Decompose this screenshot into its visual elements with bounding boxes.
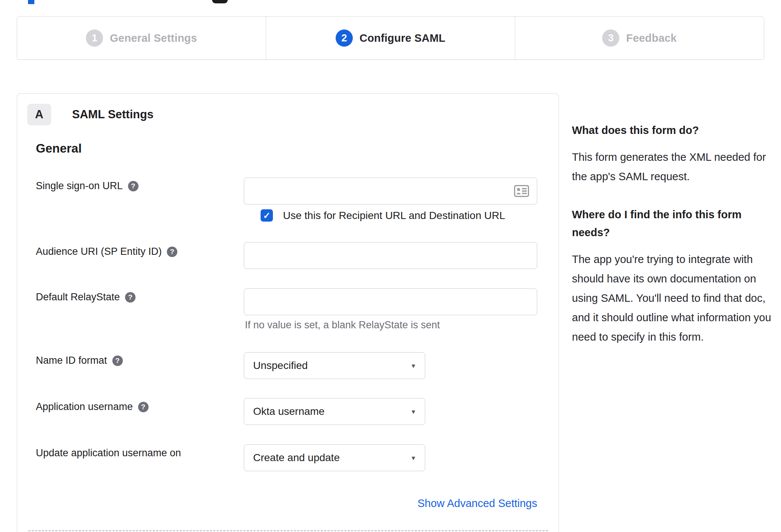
step-label: Configure SAML [360,32,445,44]
select-value: Create and update [253,452,340,464]
cutoff-blue-fragment [28,0,34,4]
application-username-label: Application username ? [36,401,149,413]
name-id-format-select[interactable]: Unspecified ▾ [244,352,425,379]
select-value: Unspecified [253,360,308,372]
saml-settings-panel: A SAML Settings General Single sign-on U… [17,93,559,532]
general-heading: General [36,141,82,156]
sso-url-label: Single sign-on URL ? [36,180,139,192]
help-icon[interactable]: ? [112,356,123,366]
step-configure-saml[interactable]: 2 Configure SAML [266,17,515,59]
contact-card-icon[interactable] [514,185,529,197]
cutoff-logo-fragment [212,0,228,3]
help-body: This form generates the XML needed for t… [572,147,781,186]
section-a-badge: A [27,104,51,125]
chevron-down-icon: ▾ [411,454,415,462]
relaystate-input[interactable] [244,288,537,315]
audience-uri-label: Audience URI (SP Entity ID) ? [36,246,177,257]
relaystate-label: Default RelayState ? [36,291,136,303]
help-icon[interactable]: ? [125,292,136,303]
step-feedback[interactable]: 3 Feedback [515,17,764,59]
chevron-down-icon: ▾ [411,362,415,370]
update-username-select[interactable]: Create and update ▾ [244,444,425,471]
help-sidebar: What does this form do? This form genera… [572,121,781,347]
recipient-url-checkbox[interactable]: ✓ [261,209,273,222]
audience-uri-input[interactable] [244,242,537,269]
wizard-stepper: 1 General Settings 2 Configure SAML 3 Fe… [17,16,764,60]
step-number-badge: 2 [336,29,353,47]
step-number-badge: 3 [602,29,619,47]
step-label: General Settings [110,32,197,44]
chevron-down-icon: ▾ [411,407,415,416]
section-title: SAML Settings [72,108,153,121]
step-general-settings[interactable]: 1 General Settings [17,17,266,59]
application-username-select[interactable]: Okta username ▾ [244,398,425,425]
help-heading: Where do I find the info this form needs… [572,206,781,241]
help-body: The app you're trying to integrate with … [572,250,781,347]
step-number-badge: 1 [86,29,103,47]
help-icon[interactable]: ? [138,402,149,412]
help-block-where: Where do I find the info this form needs… [572,206,781,347]
help-heading: What does this form do? [572,121,781,139]
recipient-url-checkbox-row: ✓ Use this for Recipient URL and Destina… [261,209,505,222]
name-id-format-label: Name ID format ? [36,355,123,366]
section-divider [28,530,548,531]
sso-url-input[interactable] [244,178,537,204]
recipient-url-checkbox-label: Use this for Recipient URL and Destinati… [283,210,505,222]
help-icon[interactable]: ? [128,181,139,191]
step-label: Feedback [626,32,676,44]
show-advanced-settings-link[interactable]: Show Advanced Settings [244,497,537,510]
relaystate-hint: If no value is set, a blank RelayState i… [245,319,440,331]
help-block-what: What does this form do? This form genera… [572,121,781,186]
help-icon[interactable]: ? [167,247,177,257]
update-username-label: Update application username on [36,447,181,459]
select-value: Okta username [253,406,324,417]
